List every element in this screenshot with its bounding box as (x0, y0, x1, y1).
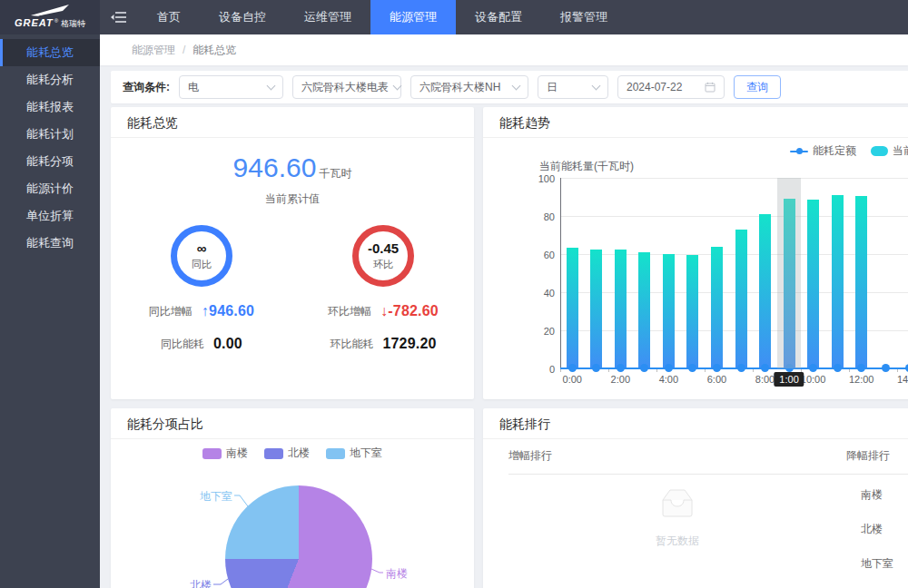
nav-item-运维管理[interactable]: 运维管理 (285, 0, 370, 34)
breadcrumb-parent[interactable]: 能源管理 (132, 43, 175, 58)
sidebar-item-能耗分项[interactable]: 能耗分项 (0, 148, 100, 175)
gridline (560, 178, 908, 179)
chevron-down-icon (592, 81, 601, 90)
legend-label: 能耗定额 (813, 143, 856, 159)
rank-up-column: 增幅排行 暂无数据 (508, 448, 846, 549)
breadcrumb-current: 能耗总览 (192, 43, 236, 58)
mom-energy-value: 1729.20 (382, 336, 436, 352)
quota-line (560, 368, 908, 369)
yoy-ring-label: 同比 (192, 258, 212, 271)
bar-8:00[interactable] (759, 214, 771, 368)
ratio-rings: ∞ 同比 -0.45 环比 (111, 225, 474, 287)
trend-plot[interactable]: 020406080100 (560, 178, 908, 368)
page-content: 查询条件: 电六院骨科大楼电表六院骨科大楼NH日 2024-07-22 查询 能… (100, 65, 908, 588)
sidebar-item-能源计价[interactable]: 能源计价 (0, 175, 100, 202)
sidebar-item-能耗查询[interactable]: 能耗查询 (0, 230, 100, 257)
mom-ring: -0.45 环比 (352, 225, 414, 287)
nav-item-设备自控[interactable]: 设备自控 (200, 0, 285, 34)
trend-title: 能耗趋势 (483, 107, 908, 138)
quota-dot (688, 364, 696, 372)
quota-dot (592, 364, 600, 372)
growth-row: 同比增幅 ↑946.60 环比增幅 ↓-782.60 (111, 303, 474, 319)
bar-3:00[interactable] (638, 252, 650, 368)
query-select-2[interactable]: 六院骨科大楼NH (410, 75, 528, 99)
quota-dot (640, 364, 648, 372)
bar-12:00[interactable] (855, 196, 867, 368)
quota-dot (737, 364, 745, 372)
mom-ring-label: 环比 (373, 258, 393, 271)
yoy-ring-value: ∞ (197, 241, 207, 255)
menu-fold-icon[interactable] (100, 0, 138, 34)
quota-dot (761, 364, 769, 372)
date-picker[interactable]: 2024-07-22 (617, 75, 725, 99)
search-button[interactable]: 查询 (734, 75, 781, 99)
pie-legend-label: 南楼 (226, 446, 248, 461)
yoy-growth-value: ↑946.60 (202, 303, 254, 319)
main-area: 能源管理 / 能耗总览 查询条件: 电六院骨科大楼电表六院骨科大楼NH日 202… (100, 34, 908, 588)
query-selects: 电六院骨科大楼电表六院骨科大楼NH日 (179, 75, 608, 99)
mom-ring-value: -0.45 (368, 241, 399, 255)
logo-swoosh-icon (30, 5, 70, 16)
overview-title: 能耗总览 (111, 107, 474, 138)
sidebar-item-能耗报表[interactable]: 能耗报表 (0, 93, 100, 121)
bar-7:00[interactable] (735, 230, 747, 368)
nav-item-能源管理[interactable]: 能源管理 (370, 0, 456, 34)
query-bar: 查询条件: 电六院骨科大楼电表六院骨科大楼NH日 2024-07-22 查询 (111, 71, 908, 103)
sidebar-item-单位折算[interactable]: 单位折算 (0, 202, 100, 230)
legend-item-能耗定额[interactable]: 能耗定额 (790, 143, 856, 159)
rank-up-header: 增幅排行 (508, 448, 846, 464)
pie-legend: 南楼北楼地下室 (111, 446, 474, 461)
yoy-energy-label: 同比能耗 (161, 337, 204, 352)
nav-item-报警管理[interactable]: 报警管理 (541, 0, 627, 34)
bar-10:00[interactable] (807, 200, 819, 368)
breadcrumb: 能源管理 / 能耗总览 (100, 34, 908, 65)
rank-down-column: 降幅排行 南楼北楼地下室 (846, 448, 908, 570)
pie-callout-basement: 地下室 (194, 489, 232, 505)
y-axis-title: 当前能耗量(千瓦时) (539, 159, 634, 174)
rank-down-header: 降幅排行 (846, 448, 908, 464)
y-tick-label: 60 (526, 250, 555, 260)
y-tick-label: 0 (526, 364, 555, 375)
legend-item-当前能耗[interactable]: 当前能耗 (871, 143, 908, 159)
logo-chinese-name: 格瑞特 (61, 18, 85, 30)
bar-5:00[interactable] (686, 255, 698, 368)
y-tick-label: 20 (526, 326, 555, 337)
mom-energy-label: 环比能耗 (330, 337, 373, 352)
nav-item-首页[interactable]: 首页 (138, 0, 200, 34)
sidebar-item-能耗计划[interactable]: 能耗计划 (0, 121, 100, 148)
pie-legend-item-地下室[interactable]: 地下室 (326, 446, 382, 461)
empty-inbox-icon (656, 486, 698, 521)
bar-0:00[interactable] (567, 248, 578, 368)
bar-11:00[interactable] (832, 195, 844, 368)
x-tick-label: 10:00 (801, 374, 826, 385)
mom-growth-value: ↓-782.60 (380, 303, 439, 319)
pie-legend-item-北楼[interactable]: 北楼 (264, 446, 310, 461)
pie-legend-label: 北楼 (288, 446, 310, 461)
brand-logo[interactable]: GREAT ® 格瑞特 (0, 0, 100, 34)
query-select-1[interactable]: 六院骨科大楼电表 (292, 75, 401, 99)
sidebar-item-能耗总览[interactable]: 能耗总览 (0, 39, 100, 66)
rank-item-北楼: 北楼 (846, 523, 908, 535)
query-select-3[interactable]: 日 (538, 75, 608, 99)
pie-legend-item-南楼[interactable]: 南楼 (202, 446, 248, 461)
bar-2:00[interactable] (615, 250, 627, 368)
divider (846, 474, 908, 475)
query-select-0[interactable]: 电 (179, 75, 283, 99)
line-legend-icon (790, 151, 808, 152)
pie-chart[interactable] (225, 485, 372, 588)
rank-item-南楼: 南楼 (846, 488, 908, 501)
quota-dot (713, 364, 721, 372)
pie-panel: 能耗分项占比 南楼北楼地下室 地下室 南楼 北楼 (111, 408, 474, 588)
calendar-icon (705, 82, 716, 93)
nav-item-设备配置[interactable]: 设备配置 (456, 0, 541, 34)
breadcrumb-separator: / (183, 44, 185, 56)
bar-6:00[interactable] (711, 247, 723, 368)
select-value: 六院骨科大楼NH (419, 80, 500, 95)
rank-item-地下室: 地下室 (846, 557, 908, 570)
bar-1:00[interactable] (590, 250, 602, 368)
sidebar-item-能耗分析[interactable]: 能耗分析 (0, 66, 100, 93)
y-tick-label: 40 (526, 288, 555, 299)
energy-row: 同比能耗 0.00 环比能耗 1729.20 (111, 336, 474, 352)
x-tick-label: 4:00 (659, 374, 678, 385)
bar-4:00[interactable] (663, 254, 675, 368)
